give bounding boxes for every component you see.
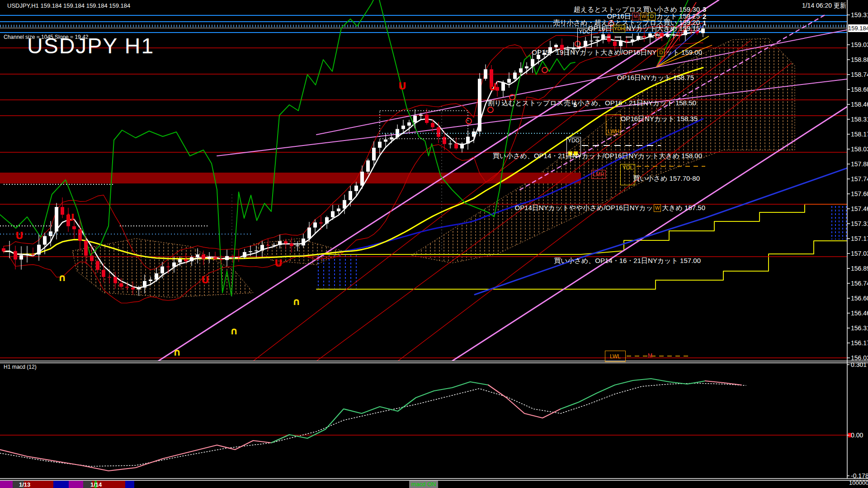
reversal-down-icon: U	[15, 230, 24, 241]
reversal-up-icon: ∩	[292, 296, 301, 307]
chart-canvas[interactable]: UUUUUU∩∩∩∩	[0, 0, 868, 488]
macd-axis-label: 0.00	[851, 432, 863, 439]
price-annotation: OP16日NYカット 158.75	[617, 74, 694, 82]
price-axis-label: 157.600	[851, 190, 868, 197]
timeline-segment	[69, 481, 83, 488]
annotation-text: 割り込むとストップロス売り小さめ、OP16・21日NYカット 158.50	[488, 99, 696, 108]
price-annotation: OP15・19日NYカット大きめ/OP16日NYDット 159.00	[532, 48, 702, 57]
price-axis-label: 156.890	[851, 265, 868, 272]
reversal-down-icon: U	[66, 212, 75, 223]
annotation-text: 買い小さめ、OP14・16・21日NYカット 157.00	[554, 257, 701, 265]
price-annotation: OP16日NYカット 158.35	[621, 115, 698, 123]
reversal-down-icon: U	[398, 80, 406, 92]
price-annotation: OP16日YDHNYカット大きめ 159.15	[588, 24, 700, 33]
price-axis-label: 156.315	[851, 324, 868, 332]
price-axis-label: 156.460	[851, 310, 868, 317]
trading-app-window: { "header": { "symbol_line": "USDJPY,H1 …	[0, 0, 868, 488]
annotation-text: ット 159.00	[665, 48, 702, 57]
reversal-down-icon: U	[274, 258, 283, 269]
chart-marker-m: M	[646, 352, 654, 360]
macd-axis-label: 0.301	[851, 361, 867, 368]
wave-count-label: 5	[573, 101, 577, 108]
timeline-segment	[125, 481, 134, 488]
channel-info-label: Channel size = 1045 Slope = 19.42	[4, 34, 88, 40]
current-price-tag: 159.184	[848, 24, 868, 32]
price-annotation: 買い小さめ 157.70-80	[633, 174, 700, 183]
price-axis-label: 156.745	[851, 280, 868, 287]
price-annotation: OP14日NYカットやや小さめ/OP16日NYカッW大きめ 157.50	[515, 204, 705, 212]
period-tag-d: D	[657, 49, 665, 56]
reversal-down-icon: U	[201, 274, 209, 286]
price-axis-label: 159.030	[851, 41, 868, 48]
annotation-text: 大きめ 157.50	[662, 204, 705, 212]
timeline-segment	[53, 481, 69, 488]
volume-axis-label: 100000	[849, 480, 868, 486]
annotation-text: OP16日	[588, 24, 612, 33]
price-axis-label: 156.605	[851, 295, 868, 302]
wave-count-label: 3	[703, 5, 706, 13]
price-axis-label: 158.030	[851, 145, 868, 153]
price-annotation: 買い小さめ、OP14・21日NYカット/OP16日NYカット大きめ 158.00	[493, 152, 702, 160]
price-axis-label: 158.885	[851, 56, 868, 63]
price-axis-label: 156.175	[851, 339, 868, 347]
price-axis-label: 156.030	[851, 354, 868, 361]
price-axis-label: 157.030	[851, 250, 868, 257]
price-axis-label: 158.600	[851, 86, 868, 93]
annotation-text: OP14日NYカットやや小さめ/OP16日NYカッ	[515, 204, 653, 212]
price-annotation: 割り込むとストップロス売り小さめ、OP16・21日NYカット 158.50	[488, 99, 696, 108]
price-axis-label: 157.315	[851, 220, 868, 227]
price-axis-label: 157.885	[851, 160, 868, 168]
chart-marker-lmh: LMH	[591, 170, 606, 179]
annotation-text: OP15・19日NYカット大きめ/OP16日NY	[532, 48, 656, 57]
macd-axis-label: -0.178	[851, 472, 868, 479]
reversal-up-icon: ∩	[173, 347, 181, 358]
price-axis-label: 158.460	[851, 101, 868, 108]
annotation-text: 買い小さめ、OP14・21日NYカット/OP16日NYカット大きめ 158.00	[493, 152, 702, 160]
timeline-segment	[0, 481, 13, 488]
update-timestamp: 1/14 06:20 更新	[802, 2, 846, 9]
macd-indicator-label: H1 macd (12)	[4, 364, 37, 370]
price-axis-label: 158.175	[851, 131, 868, 138]
annotation-text: 買い小さめ 157.70-80	[633, 174, 700, 183]
reversal-down-icon: U	[489, 81, 497, 93]
price-axis-label: 158.315	[851, 116, 868, 123]
wave-count-label: 1	[703, 19, 706, 27]
macd-toggle-button[interactable]: macd ON	[409, 481, 438, 488]
period-tag-w: W	[654, 204, 661, 212]
price-axis-label: 159.315	[851, 11, 868, 19]
annotation-text: OP16日NYカット 158.75	[617, 74, 694, 82]
reversal-up-icon: ∩	[230, 325, 238, 337]
price-axis-label: 157.175	[851, 235, 868, 242]
chart-marker-lwh: LWH	[606, 114, 621, 135]
annotation-text: NYカット大きめ 159.15	[626, 24, 700, 33]
timeline-date-label: 1/14	[90, 481, 102, 488]
chart-marker-lwl: LWL	[605, 351, 626, 362]
annotation-text: OP16日NYカット 158.35	[621, 115, 698, 123]
reversal-up-icon: ∩	[58, 272, 66, 283]
timeline-date-label: 1/13	[19, 481, 30, 488]
symbol-ohlc-readout: USDJPY,H1 159.184 159.184 159.184 159.18…	[7, 3, 130, 9]
price-annotation: 買い小さめ、OP14・16・21日NYカット 157.00	[554, 257, 701, 265]
period-tag-ydh: YDH	[613, 25, 625, 33]
price-axis-label: 157.745	[851, 175, 868, 183]
price-axis-label: 157.460	[851, 205, 868, 212]
price-axis-label: 158.745	[851, 71, 868, 78]
